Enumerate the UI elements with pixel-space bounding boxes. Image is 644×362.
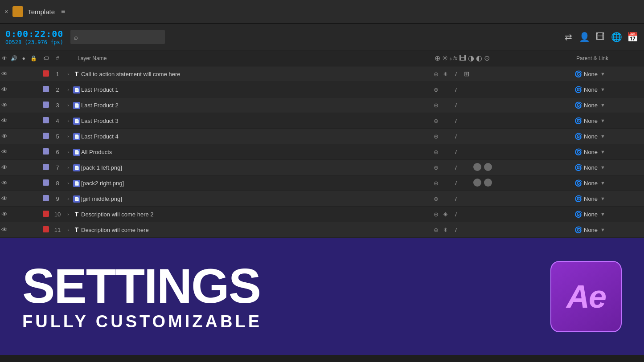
layer-visibility[interactable]: 👁	[0, 226, 9, 233]
layer-name[interactable]: Description will come here	[81, 227, 430, 233]
layer-visibility[interactable]: 👁	[0, 164, 9, 171]
pencil-icon: /	[452, 149, 460, 155]
dropdown-arrow[interactable]: ▼	[600, 180, 605, 186]
layer-expand-arrow[interactable]: ›	[64, 196, 72, 201]
spiral-icon: 🌀	[574, 211, 582, 218]
layer-visibility[interactable]: 👁	[0, 179, 9, 187]
layer-name[interactable]: [pack2 right.png]	[81, 180, 430, 187]
parent-icon: ⊕	[434, 149, 439, 155]
layer-expand-arrow[interactable]: ›	[64, 103, 72, 108]
search-input[interactable]	[70, 30, 165, 44]
table-row[interactable]: 👁 8 › 📄 [pack2 right.png] ⊕ / 🌀 None	[0, 175, 644, 191]
layer-tag	[41, 211, 51, 218]
pencil-icon: /	[452, 180, 460, 187]
layer-right-controls: ⊕ /	[430, 163, 573, 172]
panel-title: Template	[28, 8, 55, 16]
globe-icon[interactable]: 🌐	[610, 32, 623, 42]
layer-name[interactable]: Last Product 4	[81, 133, 430, 140]
layer-expand-arrow[interactable]: ›	[64, 72, 72, 77]
layer-visibility[interactable]: 👁	[0, 195, 9, 202]
layer-expand-arrow[interactable]: ›	[64, 118, 72, 123]
layer-tag	[41, 179, 51, 187]
table-row[interactable]: 👁 7 › 📄 [pack 1 left.png] ⊕ / 🌀 None	[0, 160, 644, 175]
parent-value: None	[584, 164, 598, 171]
layer-name[interactable]: All Products	[81, 149, 430, 155]
layer-name[interactable]: Description will come here 2	[81, 211, 430, 218]
layer-visibility[interactable]: 👁	[0, 117, 9, 124]
layer-number: 8	[51, 180, 64, 187]
spiral-icon: 🌀	[574, 226, 582, 233]
circle-icon2	[484, 179, 492, 188]
col-audio-icon: 🔊	[9, 55, 19, 61]
layer-visibility[interactable]: 👁	[0, 102, 9, 109]
layer-expand-arrow[interactable]: ›	[64, 87, 72, 92]
menu-button[interactable]: ≡	[61, 8, 65, 16]
layer-name[interactable]: Last Product 1	[81, 86, 430, 93]
dropdown-arrow[interactable]: ▼	[600, 102, 605, 108]
search-icon: ⌕	[74, 33, 78, 41]
layer-number: 3	[51, 102, 64, 109]
layer-name[interactable]: [pack 1 left.png]	[81, 164, 430, 171]
layer-expand-arrow[interactable]: ›	[64, 181, 72, 186]
dropdown-arrow[interactable]: ▼	[600, 71, 605, 77]
table-row[interactable]: 👁 3 › 📄 Last Product 2 ⊕ / 🌀 None	[0, 98, 644, 113]
col-icon-film: 🎞	[459, 54, 466, 62]
dropdown-arrow[interactable]: ▼	[600, 149, 605, 155]
table-row[interactable]: 👁 4 › 📄 Last Product 3 ⊕ / 🌀 None	[0, 113, 644, 129]
layer-tag	[41, 117, 51, 125]
col-layer-name-header: Layer Name	[64, 55, 430, 61]
type-img-icon: 📄	[72, 179, 81, 187]
table-row[interactable]: 👁 6 › 📄 All Products ⊕ / 🌀 None ▼	[0, 144, 644, 160]
layer-expand-arrow[interactable]: ›	[64, 150, 72, 155]
film-icon[interactable]: 🎞	[594, 32, 607, 42]
spiral-icon: 🌀	[574, 86, 582, 93]
spiral-icon: 🌀	[574, 179, 582, 187]
dropdown-arrow[interactable]: ▼	[600, 212, 605, 217]
layer-expand-arrow[interactable]: ›	[64, 134, 72, 139]
layer-number: 4	[51, 118, 64, 124]
table-row[interactable]: 👁 5 › 📄 Last Product 4 ⊕ / 🌀 None	[0, 129, 644, 144]
layer-expand-arrow[interactable]: ›	[64, 228, 72, 232]
layer-tag	[41, 164, 51, 171]
layer-expand-arrow[interactable]: ›	[64, 165, 72, 170]
parent-icon: ⊕	[434, 118, 439, 124]
pencil-icon: /	[452, 227, 460, 233]
calendar-icon[interactable]: 📅	[626, 32, 639, 42]
layer-visibility[interactable]: 👁	[0, 70, 9, 77]
timecode-value[interactable]: 0:00:22:00	[5, 28, 63, 39]
dropdown-arrow[interactable]: ▼	[600, 87, 605, 92]
person-icon[interactable]: 👤	[578, 32, 591, 42]
layer-visibility[interactable]: 👁	[0, 86, 9, 93]
parent-icon: ⊕	[434, 211, 439, 218]
close-button[interactable]: ×	[4, 8, 8, 15]
layer-name[interactable]: Last Product 2	[81, 102, 430, 109]
dropdown-arrow[interactable]: ▼	[600, 118, 605, 123]
dropdown-arrow[interactable]: ▼	[600, 227, 605, 232]
layer-visibility[interactable]: 👁	[0, 148, 9, 155]
top-bar: × Template ≡	[0, 0, 644, 24]
table-row[interactable]: 👁 9 › 📄 [girl middle.png] ⊕ / 🌀 None	[0, 191, 644, 207]
table-row[interactable]: 👁 11 › T Description will come here ⊕ ✳ …	[0, 222, 644, 238]
table-row[interactable]: 👁 1 › T Call to action statement will co…	[0, 66, 644, 82]
motion-icon[interactable]: ⇄	[562, 32, 574, 42]
parent-value: None	[584, 71, 598, 77]
col-visibility-icon: 👁	[0, 55, 9, 61]
table-row[interactable]: 👁 10 › T Description will come here 2 ⊕ …	[0, 207, 644, 222]
dropdown-arrow[interactable]: ▼	[600, 196, 605, 201]
circle-icon	[473, 179, 481, 188]
spiral-icon: 🌀	[574, 117, 582, 124]
table-row[interactable]: 👁 2 › 📄 Last Product 1 ⊕ / 🌀 None	[0, 82, 644, 98]
layer-visibility[interactable]: 👁	[0, 133, 9, 140]
pencil-icon: /	[452, 133, 460, 140]
parent-icon: ⊕	[434, 227, 439, 233]
layer-expand-arrow[interactable]: ›	[64, 212, 72, 217]
layer-visibility[interactable]: 👁	[0, 211, 9, 218]
layer-name[interactable]: [girl middle.png]	[81, 195, 430, 202]
dropdown-arrow[interactable]: ▼	[600, 165, 605, 170]
dropdown-arrow[interactable]: ▼	[600, 134, 605, 139]
layer-number: 10	[51, 211, 64, 218]
layer-name[interactable]: Last Product 3	[81, 118, 430, 124]
timecode-display[interactable]: 0:00:22:00 00528 (23.976 fps)	[5, 28, 63, 45]
pencil-icon: /	[452, 118, 460, 124]
layer-name[interactable]: Call to action statement will come here	[81, 71, 430, 77]
